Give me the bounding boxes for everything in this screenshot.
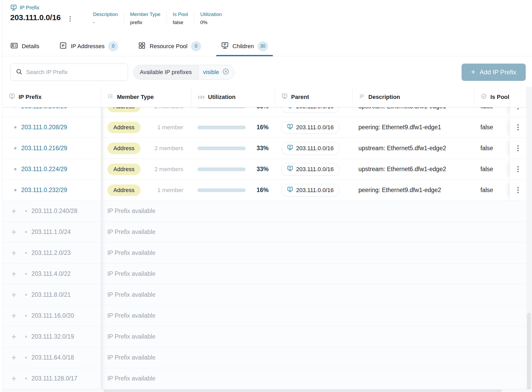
- available-label: IP Prefix available: [101, 305, 526, 326]
- tab-bar: Details IP Addresses 0 Resource Pool 0 C…: [0, 36, 532, 56]
- status-dot: [14, 189, 16, 191]
- summary-fields: Description - Member Type prefix Is Pool…: [93, 12, 222, 25]
- row-kebab-menu-button[interactable]: [515, 143, 521, 153]
- add-available-prefix-button[interactable]: +: [10, 270, 17, 277]
- search-input[interactable]: [26, 69, 123, 76]
- available-prefix: 203.111.4.0/22: [31, 270, 71, 277]
- available-label: IP Prefix available: [101, 243, 526, 263]
- kebab-dot: [70, 20, 71, 21]
- status-dot: [25, 357, 27, 359]
- add-available-prefix-button[interactable]: +: [10, 312, 17, 319]
- parent-pill[interactable]: 203.111.0.0/16: [281, 163, 340, 176]
- breadcrumb[interactable]: IP Prefix: [10, 4, 39, 11]
- tab-children[interactable]: Children 30: [221, 36, 268, 56]
- breadcrumb-label: IP Prefix: [20, 5, 39, 11]
- available-prefix: 203.111.8.0/21: [31, 291, 71, 298]
- filter-chip-label: Available IP prefixes: [134, 65, 198, 79]
- filter-chip-available-prefixes[interactable]: Available IP prefixes visible: [133, 65, 234, 80]
- tab-details[interactable]: Details: [10, 36, 39, 56]
- tab-label: Children: [232, 43, 254, 50]
- prefix-link[interactable]: 203.111.0.224/29: [21, 166, 67, 173]
- available-prefix: 203.111.2.0/23: [31, 249, 71, 256]
- summary-label: Description: [93, 12, 118, 17]
- horizontal-scrollbar-thumb[interactable]: [103, 390, 502, 392]
- utilization-value: 33%: [249, 166, 269, 173]
- close-circle-icon[interactable]: [222, 68, 229, 77]
- add-available-prefix-button[interactable]: +: [10, 228, 17, 236]
- member-type-badge: Address: [107, 164, 141, 175]
- ip-network-icon: [287, 144, 293, 152]
- available-prefix-row: +203.111.64.0/18 IP Prefix available: [3, 347, 526, 368]
- parent-pill[interactable]: 203.111.0.0/16: [281, 142, 340, 155]
- text-lines-icon: [359, 93, 365, 101]
- ip-network-icon: [287, 165, 293, 173]
- utilization-value: 16%: [249, 124, 269, 131]
- row-kebab-menu-button[interactable]: [515, 164, 521, 174]
- available-label: IP Prefix available: [101, 347, 526, 368]
- utilization-value: 33%: [249, 145, 269, 152]
- description-cell: upstream: Ethernet6.dfw1-edge2: [352, 159, 474, 180]
- column-header-is-pool: Is Pool: [474, 87, 509, 107]
- table-row: 203.111.0.216/29 Address2 members 33% 20…: [3, 138, 526, 159]
- description-cell: peering: Ethernet9.dfw1-edge2: [352, 180, 474, 200]
- available-prefix-row: +203.111.4.0/22 IP Prefix available: [3, 264, 526, 284]
- add-available-prefix-button[interactable]: +: [10, 333, 17, 340]
- add-ip-prefix-button[interactable]: + Add IP Prefix: [462, 64, 526, 81]
- summary-value: 0%: [200, 20, 222, 25]
- is-pool-cell: false: [474, 117, 509, 138]
- children-table: 203.111.0.200/29 Address2 members 33% 20…: [3, 87, 532, 389]
- utilization-bar: [197, 167, 246, 171]
- available-prefix: 203.111.1.0/24: [31, 228, 71, 236]
- summary-field-is-pool: Is Pool false: [173, 12, 188, 25]
- member-count: 1 member: [157, 124, 183, 131]
- column-header-description: Description: [352, 87, 474, 107]
- ip-prefix-page: IP Prefix 203.111.0.0/16 Description - M…: [0, 0, 532, 392]
- column-header-parent: Parent: [275, 87, 352, 107]
- parent-pill[interactable]: 203.111.0.0/16: [281, 184, 340, 197]
- ip-box-icon: [59, 42, 67, 51]
- title-kebab-menu-button[interactable]: [68, 15, 72, 23]
- row-kebab-menu-button[interactable]: [515, 122, 521, 132]
- ip-network-icon: [10, 4, 17, 11]
- page-title: 203.111.0.0/16: [10, 13, 61, 23]
- status-dot: [25, 378, 27, 379]
- member-type-badge: Address: [107, 143, 141, 154]
- description-cell: upstream: Ethernet5.dfw1-edge2: [352, 138, 474, 159]
- parent-label: 203.111.0.0/16: [296, 187, 334, 194]
- available-prefix: 203.111.16.0/20: [31, 312, 74, 319]
- table-body: 203.111.0.200/29 Address2 members 33% 20…: [3, 96, 526, 389]
- status-dot: [25, 273, 27, 275]
- summary-value: -: [93, 20, 118, 25]
- prefix-link[interactable]: 203.111.0.216/29: [21, 145, 67, 152]
- tab-resource-pool[interactable]: Resource Pool 0: [138, 36, 201, 56]
- summary-divider: [124, 12, 124, 25]
- add-available-prefix-button[interactable]: +: [10, 291, 17, 298]
- add-available-prefix-button[interactable]: +: [10, 249, 17, 256]
- add-available-prefix-button[interactable]: +: [10, 375, 17, 382]
- summary-label: Is Pool: [173, 12, 188, 17]
- tab-count-badge: 0: [191, 41, 201, 51]
- parent-label: 203.111.0.0/16: [296, 145, 334, 152]
- row-kebab-menu-button[interactable]: [515, 185, 521, 195]
- column-header-utilization: 123 Utilization: [191, 87, 275, 107]
- status-dot: [25, 315, 27, 317]
- add-available-prefix-button[interactable]: +: [10, 208, 17, 215]
- available-label: IP Prefix available: [101, 368, 526, 389]
- prefix-link[interactable]: 203.111.0.232/29: [21, 187, 67, 194]
- is-pool-cell: false: [474, 159, 509, 180]
- available-prefix: 203.111.128.0/17: [31, 375, 77, 382]
- status-dot: [25, 231, 27, 233]
- parent-pill[interactable]: 203.111.0.0/16: [281, 121, 340, 134]
- available-prefix-row: +203.111.0.240/28 IP Prefix available: [3, 201, 526, 222]
- is-pool-cell: false: [474, 138, 509, 159]
- tab-ip-addresses[interactable]: IP Addresses 0: [59, 36, 118, 56]
- status-dot: [14, 147, 16, 149]
- ip-network-icon: [281, 93, 288, 101]
- prefix-link[interactable]: 203.111.0.208/29: [21, 124, 67, 131]
- available-prefix: 203.111.32.0/19: [31, 333, 74, 340]
- number-icon: 123: [198, 95, 205, 99]
- add-available-prefix-button[interactable]: +: [10, 354, 17, 361]
- utilization-bar: [197, 147, 246, 150]
- vertical-scrollbar-thumb[interactable]: [527, 313, 531, 389]
- summary-field-description: Description -: [93, 12, 118, 25]
